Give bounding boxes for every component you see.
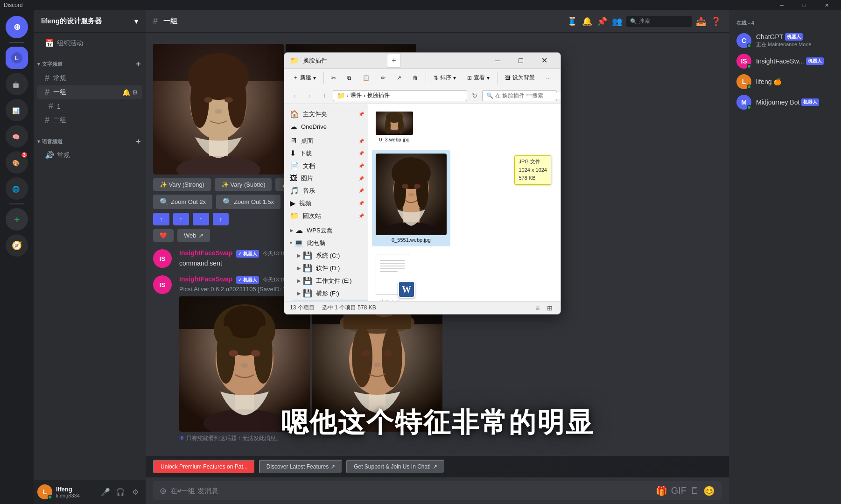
upscale-1-btn[interactable]: ↑ (153, 213, 169, 225)
channel-normal[interactable]: # 常规 (37, 71, 142, 85)
close-btn[interactable]: ✕ (816, 0, 837, 10)
mute-btn[interactable]: 🎤 (99, 485, 112, 498)
settings-icon[interactable]: ⚙ (132, 89, 138, 96)
fe-view-btn[interactable]: ⊞ 查看 ▾ (463, 72, 494, 84)
fe-sidebar-wps[interactable]: ▶ ☁ WPS云盘 (284, 224, 368, 237)
fe-cut-btn[interactable]: ✂ (327, 73, 341, 83)
server-header[interactable]: lifeng的设计服务器 ▾ (34, 10, 146, 33)
message-input[interactable] (170, 481, 656, 500)
help-icon[interactable]: ❓ (710, 16, 722, 27)
fe-drive-e[interactable]: ▶ 💾 工作文件 (E:) (292, 274, 368, 287)
fe-sidebar-home[interactable]: 🏠 主文件夹 📌 (284, 108, 368, 120)
settings-btn[interactable]: ⚙ (129, 485, 142, 498)
notification-icon[interactable]: 🔔 (582, 16, 593, 27)
web-btn[interactable]: Web ↗ (177, 229, 210, 242)
server-icon-lifeng[interactable]: L (6, 47, 28, 69)
fe-sidebar-pictures[interactable]: 🖼 图片 📌 (284, 172, 368, 184)
fe-forward-btn[interactable]: › (303, 89, 316, 102)
upscale-3-btn[interactable]: ↑ (193, 213, 209, 225)
voice-normal[interactable]: 🔊 常规 (37, 149, 142, 161)
organize-activities[interactable]: 📅 组织活动 (37, 37, 142, 49)
fe-maximize-btn[interactable]: □ (510, 53, 532, 69)
member-insightface[interactable]: IS InsightFaceSw... 机器人 (733, 51, 837, 71)
fe-list-view-btn[interactable]: ≡ (533, 303, 543, 313)
fe-sidebar-desktop[interactable]: 🖥 桌面 📌 (284, 135, 368, 147)
add-voice-btn[interactable]: ＋ (134, 137, 142, 147)
file-item-1[interactable]: 0_3.webp.jpg (372, 108, 417, 146)
fe-up-btn[interactable]: ↑ (318, 89, 331, 102)
fe-sort-btn[interactable]: ⇅ 排序 ▾ (429, 72, 461, 84)
fe-back-btn[interactable]: ‹ (288, 89, 301, 102)
member-lifeng[interactable]: L lifeng 🍊 (733, 71, 837, 92)
server-icon-5[interactable]: 🎨 3 (6, 151, 28, 174)
vary-strong-btn[interactable]: ✨ Vary (Strong) (153, 178, 211, 191)
maximize-btn[interactable]: □ (793, 0, 815, 10)
fe-sidebar-music[interactable]: 🎵 音乐 📌 (284, 184, 368, 197)
sticker-icon[interactable]: 🗒 (690, 485, 700, 497)
fe-sidebar-station[interactable]: 📁 圆次站 📌 (284, 210, 368, 222)
discord-home-btn[interactable]: ⊕ (6, 16, 28, 38)
member-chatgpt[interactable]: C ChatGPT 机器人 正在 Maintenance Mode (733, 30, 837, 51)
fe-sidebar-documents[interactable]: 📄 文档 📌 (284, 160, 368, 172)
emoji-icon[interactable]: 😊 (703, 485, 715, 497)
fe-drive-c[interactable]: ▶ 💾 系统 (C:) (292, 249, 368, 262)
fe-search-box[interactable]: 🔍 (482, 90, 557, 101)
fe-delete-btn[interactable]: 🗑 (408, 73, 423, 83)
fe-new-btn[interactable]: ＋ 新建 ▾ (288, 72, 321, 84)
server-icon-4[interactable]: 🧠 (6, 125, 28, 147)
fe-copy-btn[interactable]: ⧉ (343, 73, 356, 83)
heart-btn[interactable]: ❤️ (153, 229, 174, 242)
user-avatar[interactable]: L (37, 484, 52, 499)
fe-search-input[interactable] (495, 92, 561, 99)
server-icon-2[interactable]: 🤖 (6, 73, 28, 95)
file-item-3[interactable]: W 注意事项.doc (372, 250, 417, 301)
search-box[interactable]: 🔍 搜索 (626, 16, 692, 27)
unlock-premium-btn[interactable]: Unlock Premium Features on Pat... (153, 460, 255, 474)
zoom-out-2x-btn[interactable]: 🔍 Zoom Out 2x (153, 195, 212, 209)
upscale-4-btn[interactable]: ↑ (213, 213, 229, 225)
fe-refresh-btn[interactable]: ↻ (469, 90, 480, 101)
add-channel-btn[interactable]: ＋ (134, 59, 142, 69)
pin-icon[interactable]: 📌 (596, 16, 608, 27)
member-midjourney[interactable]: M Midjourney Bot 机器人 (733, 92, 837, 112)
fe-more-btn[interactable]: ··· (541, 73, 555, 83)
fe-address-box[interactable]: 📁 › 课件 › 换脸插件 (333, 90, 467, 101)
fe-drive-d[interactable]: ▶ 💾 软件 (D:) (292, 262, 368, 274)
channel-group2[interactable]: # 二组 (37, 113, 142, 127)
inbox-icon[interactable]: 📥 (695, 16, 707, 27)
fe-sidebar-downloads[interactable]: ⬇ 下载 📌 (284, 147, 368, 160)
bell-icon[interactable]: 🔔 (122, 89, 130, 96)
discover-features-btn[interactable]: Discover Latest Features ↗ (259, 460, 343, 474)
username-2[interactable]: InsightFaceSwap (179, 275, 232, 283)
fe-drive-f[interactable]: ▶ 💾 横形 (F:) (292, 287, 368, 300)
gift-icon[interactable]: 🎁 (656, 485, 667, 497)
fe-wallpaper-btn[interactable]: 🖼 设为背景 (500, 72, 540, 84)
deafen-btn[interactable]: 🎧 (114, 485, 127, 498)
fe-grid-view-btn[interactable]: ⊞ (545, 303, 555, 313)
channel-group1[interactable]: # 一组 🔔 ⚙ (37, 85, 142, 99)
explore-btn[interactable]: 🧭 (6, 234, 28, 257)
upscale-2-btn[interactable]: ↑ (173, 213, 189, 225)
fe-sidebar-onedrive[interactable]: ☁ OneDrive (284, 120, 368, 133)
zoom-out-15x-btn[interactable]: 🔍 Zoom Out 1.5x (216, 195, 280, 209)
server-icon-3[interactable]: 📊 (6, 99, 28, 121)
fe-rename-btn[interactable]: ✏ (376, 73, 390, 83)
text-channels-category[interactable]: ▾ 文字频道 ＋ (34, 57, 146, 71)
fe-share-btn[interactable]: ↗ (392, 73, 406, 83)
add-attachment-btn[interactable]: ⊕ (160, 486, 167, 496)
fe-minimize-btn[interactable]: ─ (487, 53, 508, 69)
add-server-btn[interactable]: ＋ (6, 208, 28, 231)
fe-close-btn[interactable]: ✕ (533, 53, 555, 69)
username-1[interactable]: InsightFaceSwap (179, 249, 232, 257)
threads-icon[interactable]: 🧵 (567, 16, 578, 27)
fe-paste-btn[interactable]: 📋 (358, 73, 374, 83)
members-icon[interactable]: 👥 (611, 16, 623, 27)
gif-icon[interactable]: GIF (671, 485, 687, 497)
fe-sidebar-thispc[interactable]: ▾ 💻 此电脑 (284, 237, 368, 249)
vary-subtle-btn[interactable]: ✨ Vary (Subtle) (215, 178, 272, 191)
file-item-2[interactable]: 0_5551.webp.jpg (372, 150, 450, 246)
fe-new-tab[interactable]: ＋ (387, 54, 401, 68)
server-icon-6[interactable]: 🌐 (6, 177, 28, 200)
fe-drive-g[interactable]: ▶ 💾 素材 (G:) (292, 300, 368, 301)
voice-channels-category[interactable]: ▾ 语音频道 ＋ (34, 135, 146, 148)
